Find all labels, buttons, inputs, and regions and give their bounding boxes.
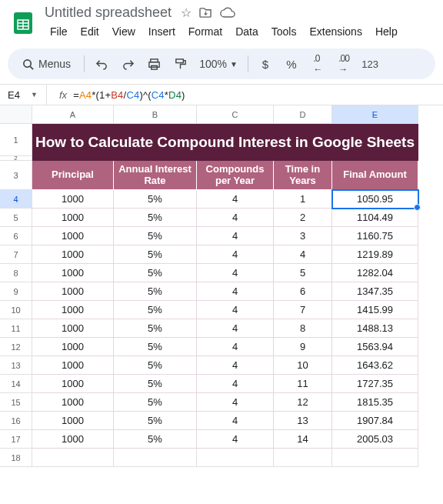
move-icon[interactable] [199,7,212,18]
column-header-E[interactable]: E [332,105,418,124]
cell[interactable]: 4 [197,301,274,319]
cell[interactable]: 1907.84 [332,412,418,430]
row-header-3[interactable]: 3 [0,161,32,190]
cell[interactable]: 4 [197,209,274,227]
cell[interactable]: 14 [274,430,332,449]
cell[interactable]: 4 [197,430,274,449]
paint-format-button[interactable] [169,53,191,75]
cell[interactable]: 1000 [32,282,114,301]
cloud-icon[interactable] [220,7,235,18]
cell[interactable]: 4 [197,264,274,282]
row-header-11[interactable]: 11 [0,319,32,338]
cell[interactable]: 5% [114,282,197,301]
cell[interactable]: 2 [274,209,332,227]
column-header-C[interactable]: C [197,105,274,124]
cell[interactable]: 1000 [32,301,114,319]
cells-area[interactable]: How to Calculate Compound Interest in Go… [32,124,443,467]
row-header-6[interactable]: 6 [0,227,32,245]
menu-help[interactable]: Help [370,22,403,41]
cell[interactable]: 1347.35 [332,282,418,301]
empty-cell[interactable] [332,449,418,467]
row-header-16[interactable]: 16 [0,412,32,430]
decrease-decimal-button[interactable]: .0← [307,53,328,75]
cell[interactable]: 5% [114,301,197,319]
rate-header[interactable]: Annual Interest Rate [114,161,197,190]
cell[interactable]: 5% [114,319,197,338]
menu-data[interactable]: Data [230,22,264,41]
cell[interactable]: 1727.35 [332,375,418,393]
cell[interactable]: 1160.75 [332,227,418,245]
cell[interactable]: 5% [114,264,197,282]
cell[interactable]: 8 [274,319,332,338]
cell[interactable]: 2005.03 [332,430,418,449]
cell[interactable]: 5% [114,412,197,430]
empty-cell[interactable] [114,449,197,467]
cell[interactable]: 3 [274,227,332,245]
cell[interactable]: 1000 [32,264,114,282]
cell[interactable]: 1000 [32,375,114,393]
cell[interactable]: 4 [197,375,274,393]
row-header-13[interactable]: 13 [0,356,32,375]
cell[interactable]: 1415.99 [332,301,418,319]
sheets-logo[interactable] [9,9,37,37]
menu-tools[interactable]: Tools [266,22,302,41]
column-header-D[interactable]: D [274,105,332,124]
print-button[interactable] [143,53,165,75]
cell[interactable]: 1000 [32,319,114,338]
cell[interactable]: 9 [274,338,332,356]
menu-insert[interactable]: Insert [143,22,181,41]
cell[interactable]: 1000 [32,338,114,356]
cell[interactable]: 1219.89 [332,245,418,264]
cell[interactable]: 5% [114,338,197,356]
principal-header[interactable]: Principal [32,161,114,190]
star-icon[interactable]: ☆ [181,5,192,20]
cell[interactable]: 1000 [32,209,114,227]
row-header-17[interactable]: 17 [0,430,32,449]
redo-button[interactable] [117,53,138,75]
cell[interactable]: 1000 [32,430,114,449]
cell[interactable]: 1 [274,190,332,209]
cell[interactable]: 7 [274,301,332,319]
cell[interactable]: 4 [197,338,274,356]
time-header[interactable]: Time in Years [274,161,332,190]
cell[interactable]: 4 [274,245,332,264]
row-header-5[interactable]: 5 [0,209,32,227]
menus-button[interactable]: Menus [15,53,78,75]
document-title[interactable]: Untitled spreadsheet [45,5,172,21]
empty-cell[interactable] [32,449,114,467]
formula-input[interactable]: =A4*(1+B4/C4)^(C4*D4) [73,89,185,101]
cell[interactable]: 1000 [32,393,114,412]
compounds-header[interactable]: Compounds per Year [197,161,274,190]
cell[interactable]: 6 [274,282,332,301]
percent-button[interactable]: % [281,53,302,75]
cell[interactable]: 4 [197,319,274,338]
currency-button[interactable]: $ [255,53,276,75]
number-format-button[interactable]: 123 [359,53,381,75]
cell[interactable]: 1000 [32,190,114,209]
cell[interactable]: 11 [274,375,332,393]
row-header-1[interactable]: 1 [0,124,32,156]
cell[interactable]: 5% [114,356,197,375]
cell[interactable]: 13 [274,412,332,430]
row-header-9[interactable]: 9 [0,282,32,301]
sheet-title-cell[interactable]: How to Calculate Compound Interest in Go… [32,124,418,161]
select-all-corner[interactable] [0,105,32,124]
row-header-12[interactable]: 12 [0,338,32,356]
cell[interactable]: 5% [114,190,197,209]
cell[interactable]: 12 [274,393,332,412]
row-header-14[interactable]: 14 [0,375,32,393]
cell[interactable]: 4 [197,245,274,264]
undo-button[interactable] [91,53,112,75]
cell[interactable]: 1488.13 [332,319,418,338]
cell[interactable]: 5% [114,430,197,449]
row-header-10[interactable]: 10 [0,301,32,319]
cell[interactable]: 10 [274,356,332,375]
empty-cell[interactable] [274,449,332,467]
cell[interactable]: 5% [114,245,197,264]
row-header-15[interactable]: 15 [0,393,32,412]
cell[interactable]: 5% [114,227,197,245]
cell[interactable]: 1815.35 [332,393,418,412]
column-header-B[interactable]: B [114,105,197,124]
column-header-A[interactable]: A [32,105,114,124]
cell[interactable]: 5% [114,375,197,393]
